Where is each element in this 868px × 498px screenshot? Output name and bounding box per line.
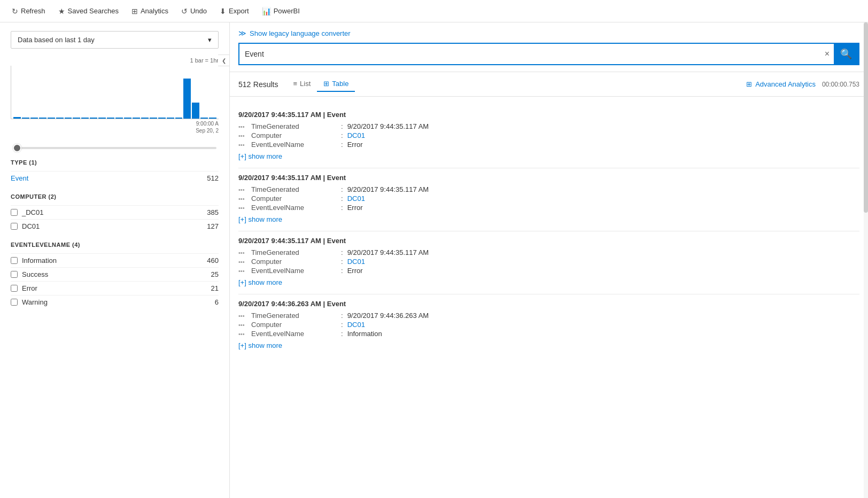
computer-link[interactable]: DC01 [347,321,365,329]
dots-icon: ••• [238,123,247,130]
legacy-language-link[interactable]: ≫ Show legacy language converter [238,29,859,37]
dots-icon: ••• [238,313,247,319]
computer-link[interactable]: DC01 [347,258,365,266]
eventlevel-checkbox-error[interactable] [11,285,18,292]
chart-bar [200,118,208,119]
search-input[interactable] [239,45,820,63]
dots-icon: ••• [238,259,247,265]
result-field: ••• TimeGenerated : 9/20/2017 9:44:36.26… [238,311,859,320]
results-list: 9/20/2017 9:44:35.117 AM | Event ••• Tim… [230,101,868,498]
scrollbar-thumb[interactable] [864,22,868,213]
computer-item-dc01-underscore[interactable]: _DC01 385 [11,205,219,219]
results-header: 512 Results ≡ List ⊞ Table ⊞ Advanced [230,72,868,92]
date-filter-dropdown[interactable]: Data based on last 1 day ▾ [11,31,219,49]
chart-bar [209,118,216,119]
chart-bar [167,118,174,119]
chart-bar [107,118,114,119]
export-icon: ⬇ [220,7,226,15]
export-button[interactable]: ⬇ Export [214,4,254,19]
result-header: 9/20/2017 9:44:36.263 AM | Event [238,300,859,308]
chart-bar [56,118,64,119]
chart-legend: 1 bar = 1hr [11,57,219,64]
eventlevel-checkbox-success[interactable] [11,271,18,278]
eventlevel-item-success[interactable]: Success 25 [11,267,219,281]
results-right: ⊞ Advanced Analytics 00:00:00.753 [746,80,859,88]
computer-filter-section: COMPUTER (2) _DC01 385 DC01 127 [11,193,219,233]
undo-button[interactable]: ↺ Undo [176,4,212,19]
chart-bar [90,118,97,119]
chart-label-time: 9:00:00 A [196,120,219,127]
eventlevel-item-error[interactable]: Error 21 [11,281,219,295]
chart-bar [65,118,72,119]
result-field: ••• EventLevelName : Error [238,140,859,149]
result-field: ••• EventLevelName : Information [238,329,859,338]
type-item-event[interactable]: Event 512 [11,171,219,185]
show-more-button[interactable]: [+] show more [238,276,282,289]
chart-bar [141,118,149,119]
result-field: ••• EventLevelName : Error [238,266,859,275]
result-field: ••• TimeGenerated : 9/20/2017 9:44:35.11… [238,122,859,131]
result-header: 9/20/2017 9:44:35.117 AM | Event [238,111,859,119]
result-field: ••• TimeGenerated : 9/20/2017 9:44:35.11… [238,248,859,257]
chevron-down-double-icon: ≫ [238,29,246,37]
eventlevel-section-header: EVENTLEVELNAME (4) [11,242,219,250]
dots-icon: ••• [238,205,247,211]
result-field: ••• Computer : DC01 [238,320,859,329]
result-header: 9/20/2017 9:44:35.117 AM | Event [238,237,859,245]
advanced-analytics-icon: ⊞ [746,80,752,88]
chart-bar [133,118,140,119]
time-slider-container [11,143,219,151]
saved-searches-button[interactable]: ★ Saved Searches [53,4,124,19]
result-item: 9/20/2017 9:44:35.117 AM | Event ••• Tim… [238,168,859,231]
computer-checkbox-dc01[interactable] [11,223,18,230]
results-time: 00:00:00.753 [822,81,859,88]
result-item: 9/20/2017 9:44:36.263 AM | Event ••• Tim… [238,294,859,357]
powerbi-button[interactable]: 📊 PowerBI [257,4,305,19]
chart-bar [115,118,123,119]
tab-table[interactable]: ⊞ Table [317,76,355,92]
computer-link[interactable]: DC01 [347,131,365,139]
chart-area: 1 bar = 1hr [11,57,219,134]
dots-icon: ••• [238,186,247,193]
dots-icon: ••• [238,331,247,337]
dots-icon: ••• [238,196,247,202]
collapse-button[interactable]: ❮ [218,55,230,66]
results-divider [230,96,868,97]
time-slider-left[interactable] [13,147,216,149]
eventlevel-item-warning[interactable]: Warning 6 [11,295,219,309]
eventlevel-item-information[interactable]: Information 460 [11,253,219,267]
computer-checkbox-dc01-underscore[interactable] [11,209,18,216]
refresh-button[interactable]: ↻ Refresh [6,4,51,19]
tab-list[interactable]: ≡ List [287,76,317,92]
search-box: × 🔍 [238,43,859,65]
computer-item-dc01[interactable]: DC01 127 [11,219,219,233]
show-more-button[interactable]: [+] show more [238,339,282,352]
chart-bar [150,118,157,119]
table-icon: ⊞ [323,80,329,88]
advanced-analytics-button[interactable]: ⊞ Advanced Analytics [746,80,816,88]
result-field: ••• EventLevelName : Error [238,203,859,212]
result-field: ••• Computer : DC01 [238,194,859,203]
analytics-icon: ⊞ [131,7,138,15]
show-more-button[interactable]: [+] show more [238,213,282,225]
chart-labels: 9:00:00 A Sep 20, 2 [11,120,219,134]
eventlevel-checkbox-information[interactable] [11,257,18,264]
computer-link[interactable]: DC01 [347,194,365,203]
scrollbar-track [864,22,868,498]
search-go-button[interactable]: 🔍 [834,44,858,64]
main-layout: ❮ Data based on last 1 day ▾ 1 bar = 1hr [0,22,868,498]
search-clear-button[interactable]: × [820,49,834,59]
dots-icon: ••• [238,322,247,328]
refresh-icon: ↻ [12,7,18,15]
show-more-button[interactable]: [+] show more [238,150,282,162]
chevron-down-icon: ▾ [208,36,212,44]
eventlevel-checkbox-warning[interactable] [11,299,18,306]
chart-bar [98,118,106,119]
type-section-header: TYPE (1) [11,159,219,168]
analytics-button[interactable]: ⊞ Analytics [126,4,174,19]
chart-bar [124,118,131,119]
dots-icon: ••• [238,268,247,274]
list-icon: ≡ [293,80,298,88]
chart-bars [11,66,219,119]
undo-icon: ↺ [181,7,188,15]
